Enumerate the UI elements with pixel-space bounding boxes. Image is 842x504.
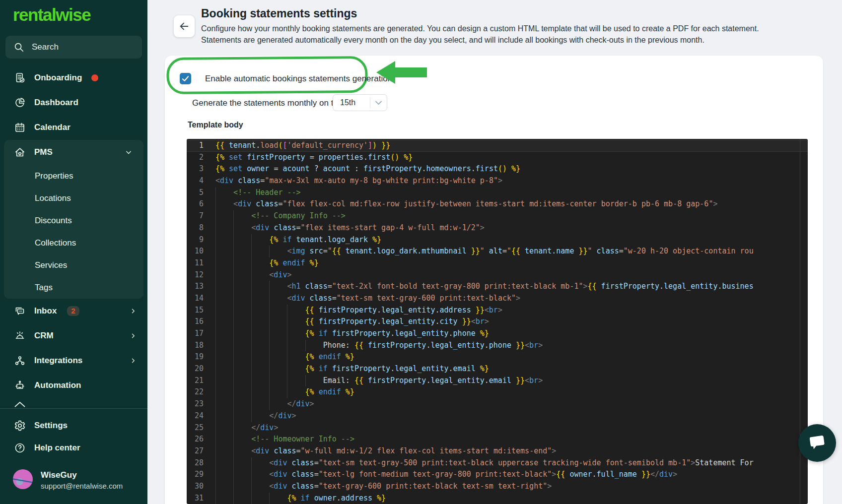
sidebar-item-onboarding[interactable]: Onboarding: [0, 65, 147, 90]
code-line-content: {% set owner = acount ? acount : firstPr…: [204, 163, 520, 175]
back-button[interactable]: [174, 15, 195, 37]
line-number: 12: [187, 269, 204, 281]
chevron-right-icon: [129, 307, 138, 315]
user-email: support@rentalwise.com: [41, 482, 123, 490]
sidebar-item-settings[interactable]: Settings: [0, 414, 147, 437]
code-line-content: <div class="max-w-3xl mx-auto my-8 bg-wh…: [204, 175, 502, 187]
sidebar-item-automation[interactable]: Automation: [0, 373, 147, 398]
code-line-30[interactable]: 30 <div class="text-gray-600 print:text-…: [187, 481, 808, 493]
line-number: 6: [187, 198, 204, 210]
code-line-27[interactable]: 27 <div class="w-full md:w-1/2 flex flex…: [187, 445, 808, 457]
line-number: 29: [187, 469, 204, 481]
sidebar-item-properties[interactable]: Properties: [4, 165, 143, 187]
chevron-down-icon: [124, 147, 134, 157]
sidebar-item-label: Inbox: [34, 306, 57, 316]
arrow-left-icon: [179, 21, 190, 32]
line-number: 1: [187, 140, 204, 152]
line-number: 21: [187, 375, 204, 387]
user-menu[interactable]: WiseGuy support@rentalwise.com: [0, 465, 147, 500]
code-line-17[interactable]: 17 {% if firstProperty.legal_entity.phon…: [187, 328, 808, 340]
inbox-badge: 2: [67, 306, 79, 316]
code-line-15[interactable]: 15 {{ firstProperty.legal_entity.address…: [187, 305, 808, 316]
code-line-13[interactable]: 13 <h1 class="text-2xl font-bold text-gr…: [187, 281, 808, 293]
user-name: WiseGuy: [41, 470, 123, 480]
code-line-14[interactable]: 14 <div class="text-sm text-gray-600 pri…: [187, 293, 808, 305]
line-number: 4: [187, 175, 204, 187]
help-icon: [14, 442, 26, 454]
search-input[interactable]: Search: [5, 36, 142, 59]
sidebar-item-label: Settings: [34, 421, 68, 431]
code-line-9[interactable]: 9 {% if tenant.logo_dark %}: [187, 234, 808, 246]
line-number: 16: [187, 316, 204, 328]
code-line-4[interactable]: 4<div class="max-w-3xl mx-auto my-8 bg-w…: [187, 175, 808, 187]
sidebar-item-tags[interactable]: Tags: [4, 276, 143, 299]
code-line-23[interactable]: 23 </div>: [187, 398, 808, 410]
code-line-8[interactable]: 8 <div class="flex items-start gap-4 w-f…: [187, 222, 808, 234]
sidebar-group-pms: PMSPropertiesLocationsDiscountsCollectio…: [4, 140, 143, 299]
code-line-19[interactable]: 19 {% endif %}: [187, 351, 808, 363]
app-logo: rentalwise: [13, 5, 90, 25]
code-line-7[interactable]: 7 <!-- Company Info -->: [187, 210, 808, 222]
chat-launcher-button[interactable]: [798, 424, 836, 462]
sidebar-item-help-center[interactable]: Help center: [0, 437, 147, 459]
page-title: Booking statements settings: [201, 7, 357, 20]
code-line-29[interactable]: 29 <div class="text-lg font-medium text-…: [187, 469, 808, 481]
line-number: 9: [187, 234, 204, 246]
line-number: 10: [187, 246, 204, 257]
line-number: 27: [187, 445, 204, 457]
line-number: 2: [187, 152, 204, 164]
code-line-22[interactable]: 22 {% endif %}: [187, 386, 808, 398]
sidebar-item-discounts[interactable]: Discounts: [4, 209, 143, 232]
code-line-content: {{ tenant.load(['default_currency']) }}: [204, 140, 390, 152]
statement-day-select[interactable]: 15th: [333, 94, 387, 111]
code-line-16[interactable]: 16 {{ firstProperty.legal_entity.city }}…: [187, 316, 808, 328]
code-line-31[interactable]: 31 {% if owner.address %}: [187, 493, 808, 504]
code-line-24[interactable]: 24 </div>: [187, 410, 808, 422]
code-line-2[interactable]: 2{% set firstProperty = properties.first…: [187, 152, 808, 164]
code-line-28[interactable]: 28 <div class="text-sm text-gray-500 pri…: [187, 457, 808, 469]
code-line-20[interactable]: 20 {% if firstProperty.legal_entity.emai…: [187, 363, 808, 375]
code-line-25[interactable]: 25 </div>: [187, 422, 808, 434]
line-number: 5: [187, 187, 204, 199]
code-line-26[interactable]: 26 <!-- Homeowner Info -->: [187, 434, 808, 445]
code-line-1[interactable]: 1{{ tenant.load(['default_currency']) }}: [187, 140, 808, 152]
sidebar-item-locations[interactable]: Locations: [4, 187, 143, 209]
template-code-editor[interactable]: 1{{ tenant.load(['default_currency']) }}…: [187, 139, 808, 504]
line-number: 11: [187, 257, 204, 269]
code-line-6[interactable]: 6 <div class="flex flex-col md:flex-row …: [187, 198, 808, 210]
sidebar-item-pms[interactable]: PMS: [4, 140, 143, 165]
calendar-icon: [14, 122, 26, 133]
enable-statements-checkbox[interactable]: [180, 73, 191, 84]
sidebar-item-services[interactable]: Services: [4, 254, 143, 276]
code-line-content: <!-- Homeowner Info -->: [204, 434, 354, 445]
sidebar-item-collections[interactable]: Collections: [4, 232, 143, 254]
line-number: 14: [187, 293, 204, 305]
monthly-day-label: Generate the statements monthly on the: [192, 98, 343, 108]
line-number: 13: [187, 281, 204, 293]
line-number: 28: [187, 457, 204, 469]
code-line-content: <div>: [204, 269, 291, 281]
sidebar-item-calendar[interactable]: Calendar: [0, 115, 147, 140]
code-line-5[interactable]: 5 <!-- Header -->: [187, 187, 808, 199]
chevron-right-icon: [129, 331, 138, 340]
code-line-12[interactable]: 12 <div>: [187, 269, 808, 281]
code-line-11[interactable]: 11 {% endif %}: [187, 257, 808, 269]
sidebar-item-inbox[interactable]: Inbox2: [0, 299, 147, 323]
notification-dot: [91, 74, 98, 81]
code-line-10[interactable]: 10 <img src="{{ tenant.logo_dark.mthumbn…: [187, 246, 808, 257]
line-number: 30: [187, 481, 204, 493]
code-line-content: {% endif %}: [204, 257, 319, 269]
sidebar-item-crm[interactable]: CRM: [0, 323, 147, 348]
sidebar-item-dashboard[interactable]: Dashboard: [0, 90, 147, 115]
template-body-label: Template body: [188, 121, 243, 129]
line-number: 18: [187, 340, 204, 352]
sidebar-item-label: Dashboard: [34, 98, 78, 108]
code-line-21[interactable]: 21 Email: {{ firstProperty.legal_entity.…: [187, 375, 808, 387]
line-number: 15: [187, 305, 204, 316]
sidebar-item-integrations[interactable]: Integrations: [0, 348, 147, 373]
code-line-18[interactable]: 18 Phone: {{ firstProperty.legal_entity.…: [187, 340, 808, 352]
line-number: 17: [187, 328, 204, 340]
sidebar-item-label: Help center: [34, 443, 80, 453]
code-line-3[interactable]: 3{% set owner = acount ? acount : firstP…: [187, 163, 808, 175]
chevron-down-icon: [370, 101, 387, 105]
